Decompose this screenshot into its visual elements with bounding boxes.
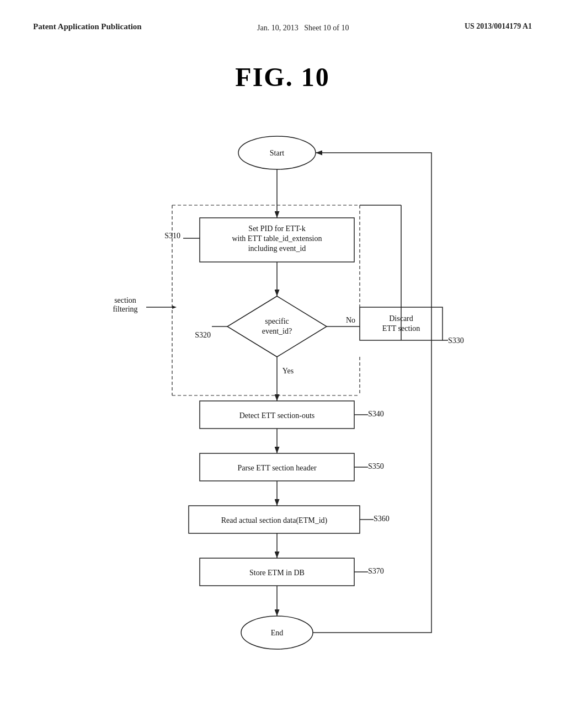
svg-text:event_id?: event_id?	[262, 327, 292, 335]
svg-text:S370: S370	[368, 567, 384, 575]
svg-text:No: No	[346, 316, 355, 324]
svg-text:S320: S320	[195, 331, 211, 339]
svg-text:S310: S310	[164, 232, 180, 240]
header-sheet: Sheet 10 of 10	[304, 24, 349, 32]
svg-text:filtering: filtering	[113, 305, 137, 313]
svg-text:End: End	[271, 629, 284, 637]
svg-text:section: section	[114, 296, 136, 304]
header-left: Patent Application Publication	[33, 22, 142, 31]
svg-text:Start: Start	[270, 149, 285, 157]
flowchart-diagram: text { font-family: 'Times New Roman', T…	[89, 120, 476, 682]
header-center: Jan. 10, 2013 Sheet 10 of 10	[257, 22, 349, 34]
svg-text:with ETT table_id_extension: with ETT table_id_extension	[232, 234, 322, 243]
svg-text:S330: S330	[448, 336, 464, 345]
svg-marker-11	[227, 296, 327, 357]
header-right: US 2013/0014179 A1	[465, 22, 532, 31]
flowchart-svg: text { font-family: 'Times New Roman', T…	[89, 120, 476, 682]
svg-text:Detect ETT section-outs: Detect ETT section-outs	[239, 411, 315, 420]
svg-text:S350: S350	[368, 462, 384, 470]
svg-text:Set PID for ETT-k: Set PID for ETT-k	[248, 224, 305, 233]
svg-marker-33	[172, 306, 177, 309]
svg-text:Parse ETT section header: Parse ETT section header	[237, 464, 317, 472]
page-header: Patent Application Publication Jan. 10, …	[0, 0, 565, 45]
svg-text:S340: S340	[368, 410, 384, 418]
svg-text:including event_id: including event_id	[248, 244, 306, 253]
svg-text:S360: S360	[374, 515, 390, 523]
svg-text:Read actual section data(ETM_i: Read actual section data(ETM_id)	[221, 516, 328, 525]
svg-text:Yes: Yes	[282, 367, 294, 375]
svg-text:Store ETM in DB: Store ETM in DB	[249, 569, 305, 577]
header-date: Jan. 10, 2013	[257, 24, 299, 32]
figure-title: FIG. 10	[0, 62, 565, 92]
svg-text:specific: specific	[265, 317, 289, 325]
